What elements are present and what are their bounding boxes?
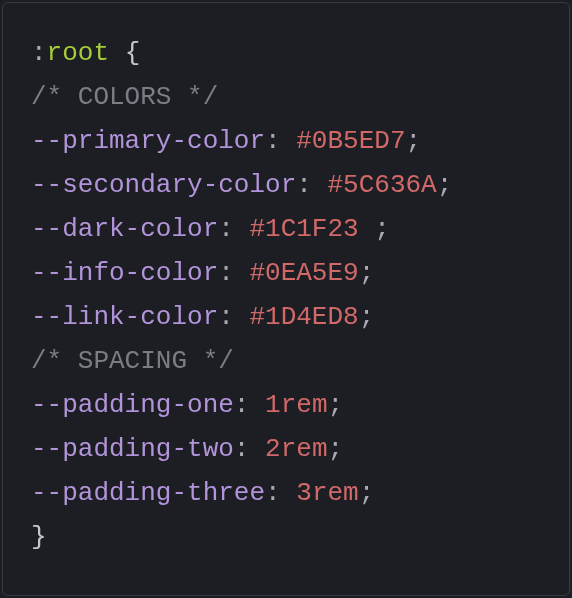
colon: : — [218, 214, 234, 244]
colon: : — [234, 390, 250, 420]
semi: ; — [405, 126, 421, 156]
semi: ; — [327, 434, 343, 464]
val-secondary: #5C636A — [327, 170, 436, 200]
space — [281, 478, 297, 508]
num-pad3: 3 — [296, 478, 312, 508]
val-info: #0EA5E9 — [249, 258, 358, 288]
var-pad2: --padding-two — [31, 434, 234, 464]
selector-root: root — [47, 38, 109, 68]
colon: : — [265, 478, 281, 508]
num-pad2: 2 — [265, 434, 281, 464]
space — [249, 434, 265, 464]
unit-pad2: rem — [281, 434, 328, 464]
colon: : — [234, 434, 250, 464]
colon: : — [218, 302, 234, 332]
semi: ; — [359, 478, 375, 508]
var-primary: --primary-color — [31, 126, 265, 156]
unit-pad3: rem — [312, 478, 359, 508]
semi: ; — [359, 302, 375, 332]
space — [359, 214, 375, 244]
semi: ; — [437, 170, 453, 200]
space — [234, 214, 250, 244]
colon: : — [265, 126, 281, 156]
var-dark: --dark-color — [31, 214, 218, 244]
num-pad1: 1 — [265, 390, 281, 420]
val-link: #1D4ED8 — [249, 302, 358, 332]
val-primary: #0B5ED7 — [296, 126, 405, 156]
var-pad3: --padding-three — [31, 478, 265, 508]
comment-colors: /* COLORS */ — [31, 82, 218, 112]
code-block: :root { /* COLORS */ --primary-color: #0… — [2, 2, 570, 596]
colon: : — [218, 258, 234, 288]
var-link: --link-color — [31, 302, 218, 332]
space — [234, 258, 250, 288]
unit-pad1: rem — [281, 390, 328, 420]
space — [234, 302, 250, 332]
open-brace: { — [109, 38, 140, 68]
val-dark: #1C1F23 — [249, 214, 358, 244]
var-info: --info-color — [31, 258, 218, 288]
semi: ; — [359, 258, 375, 288]
space — [312, 170, 328, 200]
var-secondary: --secondary-color — [31, 170, 296, 200]
var-pad1: --padding-one — [31, 390, 234, 420]
semi: ; — [327, 390, 343, 420]
selector-colon: : — [31, 38, 47, 68]
semi: ; — [374, 214, 390, 244]
colon: : — [296, 170, 312, 200]
space — [249, 390, 265, 420]
comment-spacing: /* SPACING */ — [31, 346, 234, 376]
close-brace: } — [31, 522, 47, 552]
space — [281, 126, 297, 156]
